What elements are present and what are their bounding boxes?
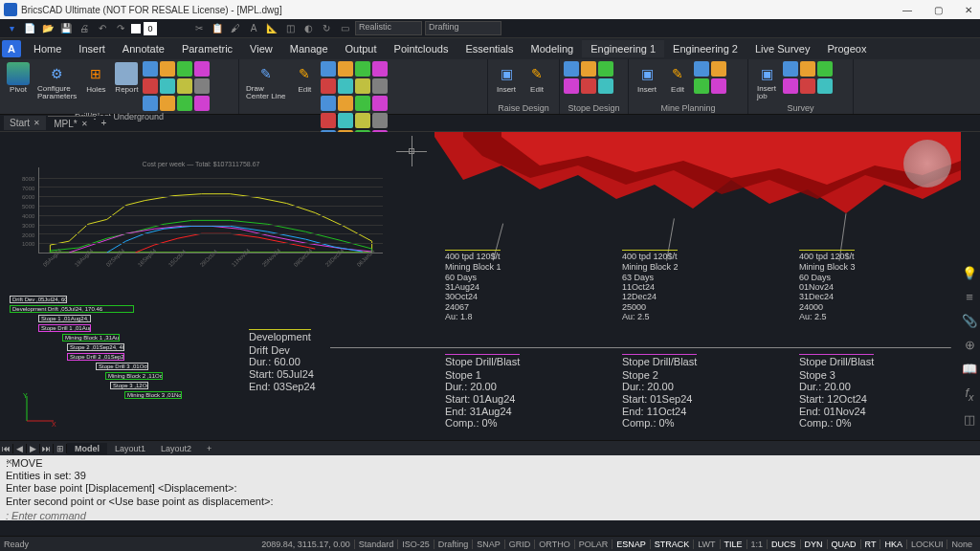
ribbon-tool-icon[interactable] [355,61,370,77]
open-icon[interactable]: 📂 [40,21,56,36]
ribbon-tool-icon[interactable] [711,78,726,94]
status-toggle-tile[interactable]: TILE [720,540,746,549]
close-icon[interactable]: ✕ [33,119,40,127]
pivot-button[interactable]: Pivot [4,61,33,95]
close-icon[interactable]: ✕ [81,120,88,128]
ribbon-tool-icon[interactable] [783,61,798,77]
status-toggle-snap[interactable]: SNAP [472,540,504,549]
ribbon-tool-icon[interactable] [800,61,815,77]
drift-edit-button[interactable]: ✎Edit [290,61,319,95]
status-toggle-none[interactable]: None [947,540,976,549]
print-icon[interactable]: 🖨 [77,21,92,36]
holes-button[interactable]: ⊞Holes [81,61,110,95]
mine-insert-button[interactable]: ▣Insert [633,61,661,95]
mine-edit-button[interactable]: ✎Edit [663,61,692,95]
ribbon-tool-icon[interactable] [338,78,353,94]
menu-annotate[interactable]: Annotate [114,40,173,57]
survey-insert-button[interactable]: ▣Insert job [752,61,781,101]
maximize-button[interactable]: ▢ [930,5,946,15]
status-toggle-polar[interactable]: POLAR [574,540,612,549]
layer-number[interactable]: 0 [144,22,157,35]
ribbon-tool-icon[interactable] [177,78,192,94]
ribbon-tool-icon[interactable] [194,96,210,111]
menu-manage[interactable]: Manage [281,40,337,57]
ribbon-tool-icon[interactable] [321,113,336,128]
add-layout-button[interactable]: + [199,443,219,454]
status-toggle-esnap[interactable]: ESNAP [612,540,650,549]
menu-icon[interactable]: ▾ [4,21,19,36]
menu-engineering2[interactable]: Engineering 2 [664,40,746,57]
status-toggle-dyn[interactable]: DYN [800,540,827,549]
status-toggle-ducs[interactable]: DUCS [767,540,800,549]
last-layout-button[interactable]: ⏭ [40,444,54,453]
first-layout-button[interactable]: ⏮ [0,444,13,453]
ribbon-tool-icon[interactable] [160,96,175,111]
status-item[interactable]: Standard [354,540,398,549]
ribbon-tool-icon[interactable] [321,61,336,77]
fx-icon[interactable]: fx [961,386,978,403]
visual-style-dropdown[interactable]: Realistic [355,21,422,35]
ribbon-tool-icon[interactable] [338,96,353,111]
cmdline-close-icon[interactable]: ✕ [6,457,13,467]
status-toggle-grid[interactable]: GRID [504,540,535,549]
command-prompt[interactable]: : Enter command [6,510,974,521]
status-toggle-1:1[interactable]: 1:1 [746,540,768,549]
menu-engineering1[interactable]: Engineering 1 [582,40,664,57]
cloud-icon[interactable]: ☁ [961,436,978,440]
ribbon-tool-icon[interactable] [711,61,726,77]
tool-icon[interactable]: ✂ [191,21,207,36]
command-line[interactable]: ✕ : MOVEEntities in set: 39Enter base po… [0,455,980,520]
menu-progeox[interactable]: Progeox [818,40,875,57]
status-toggle-lockui[interactable]: LOCKUI [906,540,947,549]
db-icon[interactable]: ◫ [961,412,978,427]
configure-params-button[interactable]: ⚙Configure Parameters [34,61,79,101]
menu-output[interactable]: Output [337,40,386,57]
ribbon-tool-icon[interactable] [564,78,579,94]
ribbon-tool-icon[interactable] [817,78,833,94]
raise-insert-button[interactable]: ▣Insert [492,61,521,95]
measure-icon[interactable]: 📐 [264,21,279,36]
menu-insert[interactable]: Insert [70,40,114,57]
tab-new[interactable]: + [96,116,113,130]
refresh-icon[interactable]: ↻ [319,21,334,36]
globe-icon[interactable]: ⊕ [961,338,978,352]
cube-icon[interactable]: ◫ [282,21,298,36]
ribbon-tool-icon[interactable] [355,96,370,111]
ribbon-tool-icon[interactable] [143,78,158,94]
ribbon-tool-icon[interactable] [143,96,158,111]
ribbon-tool-icon[interactable] [194,61,210,77]
tab-layout1[interactable]: Layout1 [107,443,153,454]
view-cube[interactable] [903,140,951,187]
layers-icon[interactable]: ≡ [961,290,978,304]
ribbon-tool-icon[interactable] [355,113,370,128]
ribbon-tool-icon[interactable] [694,61,709,77]
ribbon-tool-icon[interactable] [338,113,353,128]
save-icon[interactable]: 💾 [58,21,74,36]
status-toggle-ortho[interactable]: ORTHO [534,540,573,549]
layout-grid-icon[interactable]: ⊞ [54,444,67,453]
report-button[interactable]: Report [112,61,141,95]
window-icon[interactable]: ▭ [337,21,352,36]
ribbon-tool-icon[interactable] [372,61,388,77]
ribbon-tool-icon[interactable] [372,113,388,128]
match-prop-icon[interactable]: 🖌 [228,21,243,36]
minimize-button[interactable]: — [900,5,915,15]
ribbon-tool-icon[interactable] [598,78,613,94]
raise-edit-button[interactable]: ✎Edit [523,61,551,95]
close-button[interactable]: ✕ [961,5,976,15]
menu-parametric[interactable]: Parametric [173,40,241,57]
draw-centerline-button[interactable]: ✎Draw Center Line [243,61,288,101]
clip-icon[interactable]: 📎 [961,314,978,328]
tab-layout2[interactable]: Layout2 [153,443,199,454]
ribbon-tool-icon[interactable] [194,78,210,94]
next-layout-button[interactable]: ▶ [27,444,40,453]
ribbon-tool-icon[interactable] [817,61,833,77]
status-toggle-rt[interactable]: RT [860,540,880,549]
ribbon-tool-icon[interactable] [321,78,336,94]
status-item[interactable]: Drafting [434,540,473,549]
prev-layout-button[interactable]: ◀ [13,444,27,453]
status-toggle-strack[interactable]: STRACK [650,540,694,549]
layer-color-icon[interactable] [131,24,141,33]
idea-icon[interactable]: 💡 [961,266,978,280]
ribbon-tool-icon[interactable] [177,96,192,111]
